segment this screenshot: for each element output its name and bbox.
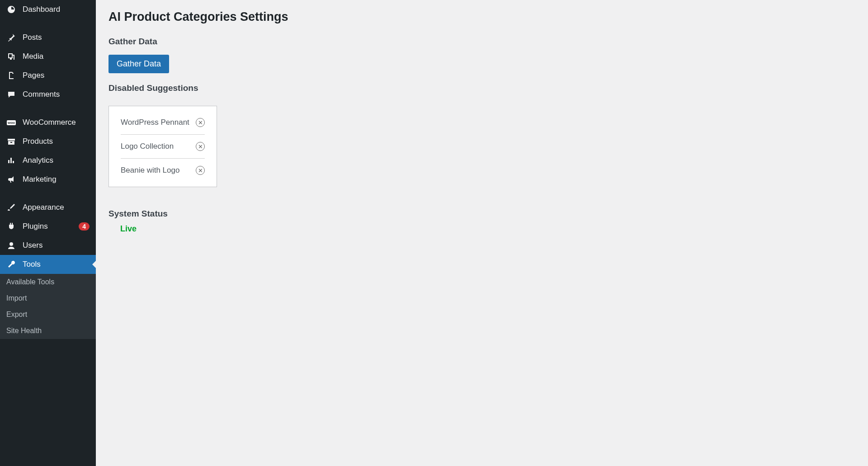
admin-sidebar: Dashboard Posts Media Pages Comments woo <box>0 0 96 466</box>
gather-heading: Gather Data <box>108 37 855 47</box>
gather-data-button[interactable]: Gather Data <box>108 55 169 73</box>
sidebar-item-products[interactable]: Products <box>0 132 96 151</box>
menu-label: Users <box>23 241 90 250</box>
plugin-icon <box>6 221 16 231</box>
sidebar-item-analytics[interactable]: Analytics <box>0 151 96 170</box>
menu-label: Media <box>23 52 90 61</box>
menu-label: Products <box>23 137 90 146</box>
media-icon <box>6 52 16 61</box>
brush-icon <box>6 202 16 212</box>
menu-label: WooCommerce <box>23 118 90 127</box>
sidebar-item-users[interactable]: Users <box>0 236 96 255</box>
remove-icon[interactable]: ✕ <box>196 142 205 151</box>
menu-label: Pages <box>23 71 90 80</box>
menu-label: Marketing <box>23 175 90 184</box>
dashboard-icon <box>6 5 16 14</box>
sidebar-item-comments[interactable]: Comments <box>0 85 96 104</box>
page-title: AI Product Categories Settings <box>108 5 855 27</box>
status-heading: System Status <box>108 209 855 219</box>
menu-label: Dashboard <box>23 5 90 14</box>
sidebar-item-plugins[interactable]: Plugins 4 <box>0 217 96 236</box>
menu-label: Comments <box>23 90 90 99</box>
suggestion-name: Beanie with Logo <box>121 166 179 175</box>
chart-icon <box>6 155 16 165</box>
user-icon <box>6 240 16 250</box>
sidebar-item-marketing[interactable]: Marketing <box>0 170 96 189</box>
woo-icon: woo <box>6 118 16 127</box>
submenu-item-site-health[interactable]: Site Health <box>0 323 96 339</box>
pin-icon <box>6 33 16 42</box>
menu-label: Tools <box>23 260 90 269</box>
suggestion-row: WordPress Pennant ✕ <box>121 111 205 135</box>
menu-label: Plugins <box>23 222 72 231</box>
wrench-icon <box>6 259 16 269</box>
pages-icon <box>6 71 16 80</box>
submenu-item-export[interactable]: Export <box>0 306 96 323</box>
sidebar-item-dashboard[interactable]: Dashboard <box>0 0 96 19</box>
suggestion-row: Logo Collection ✕ <box>121 135 205 159</box>
menu-label: Appearance <box>23 203 90 212</box>
submenu-item-available-tools[interactable]: Available Tools <box>0 274 96 290</box>
megaphone-icon <box>6 174 16 184</box>
comment-icon <box>6 89 16 99</box>
disabled-suggestions-panel: WordPress Pennant ✕ Logo Collection ✕ Be… <box>108 106 217 187</box>
disabled-heading: Disabled Suggestions <box>108 83 855 93</box>
menu-label: Analytics <box>23 156 90 165</box>
remove-icon[interactable]: ✕ <box>196 166 205 175</box>
submenu-item-import[interactable]: Import <box>0 290 96 306</box>
remove-icon[interactable]: ✕ <box>196 118 205 127</box>
status-value: Live <box>120 224 855 234</box>
sidebar-item-media[interactable]: Media <box>0 47 96 66</box>
update-badge: 4 <box>79 222 90 231</box>
main-content: AI Product Categories Settings Gather Da… <box>96 0 868 466</box>
suggestion-row: Beanie with Logo ✕ <box>121 159 205 182</box>
sidebar-item-posts[interactable]: Posts <box>0 28 96 47</box>
suggestion-name: Logo Collection <box>121 142 174 151</box>
suggestion-name: WordPress Pennant <box>121 118 189 127</box>
sidebar-item-woocommerce[interactable]: woo WooCommerce <box>0 113 96 132</box>
sidebar-item-pages[interactable]: Pages <box>0 66 96 85</box>
archive-icon <box>6 137 16 146</box>
menu-label: Posts <box>23 33 90 42</box>
tools-submenu: Available Tools Import Export Site Healt… <box>0 274 96 339</box>
sidebar-item-appearance[interactable]: Appearance <box>0 198 96 217</box>
sidebar-item-tools[interactable]: Tools <box>0 255 96 274</box>
